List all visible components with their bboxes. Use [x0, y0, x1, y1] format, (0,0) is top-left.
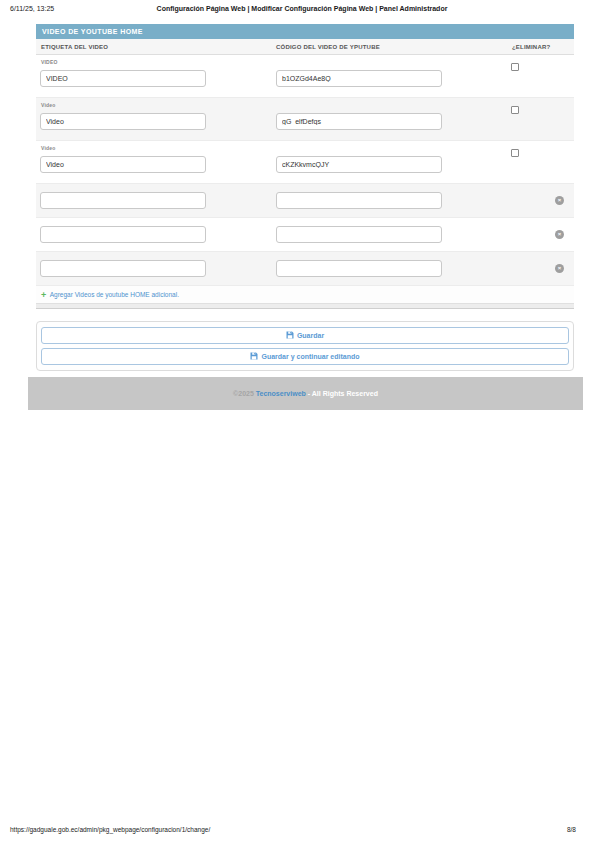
etiqueta-input-2[interactable]	[40, 113, 206, 130]
print-url: https://gadguale.gob.ec/admin/pkg_webpag…	[10, 826, 210, 833]
floppy-disk-icon	[286, 331, 294, 340]
video-row-1: VIDEO	[36, 55, 574, 98]
add-row-bar: + Agregar Videos de youtube HOME adicion…	[36, 286, 574, 303]
codigo-input-4[interactable]	[276, 192, 442, 209]
save-continue-button-label: Guardar y continuar editando	[261, 353, 359, 360]
etiqueta-input-3[interactable]	[40, 156, 206, 173]
row-label: VIDEO	[41, 59, 58, 65]
rights-text: - All Rights Reserved	[306, 390, 378, 397]
codigo-input-5[interactable]	[276, 226, 442, 243]
video-row-2: Video	[36, 98, 574, 141]
video-row-4: ×	[36, 184, 574, 218]
eliminar-checkbox-2[interactable]	[511, 106, 519, 114]
eliminar-checkbox-1[interactable]	[511, 63, 519, 71]
eliminar-checkbox-3[interactable]	[511, 149, 519, 157]
row-label: Video	[41, 145, 56, 151]
etiqueta-input-6[interactable]	[40, 260, 206, 277]
save-button-label: Guardar	[297, 332, 324, 339]
video-row-5: ×	[36, 218, 574, 252]
table-column-headers: ETIQUETA DEL VIDEO CÓDIGO DEL VIDEO DE Y…	[36, 39, 574, 55]
copyright-text: ©2025	[233, 390, 256, 397]
save-button[interactable]: Guardar	[41, 327, 569, 344]
submit-row: Guardar Guardar y continuar editando	[36, 321, 574, 371]
row-label: Video	[41, 102, 56, 108]
video-row-3: Video	[36, 141, 574, 184]
brand-name: Tecnoserviweb	[256, 390, 306, 397]
section-bottom-bar	[36, 303, 574, 309]
save-continue-button[interactable]: Guardar y continuar editando	[41, 348, 569, 365]
floppy-disk-icon	[250, 352, 258, 361]
column-header-etiqueta: ETIQUETA DEL VIDEO	[41, 44, 108, 50]
print-footer: https://gadguale.gob.ec/admin/pkg_webpag…	[0, 826, 604, 838]
page-title: Configuración Página Web | Modificar Con…	[0, 5, 604, 12]
section-header: VIDEO DE YOUTUBE HOME	[36, 24, 574, 39]
etiqueta-input-4[interactable]	[40, 192, 206, 209]
remove-row-icon[interactable]: ×	[555, 230, 564, 239]
video-row-6: ×	[36, 252, 574, 286]
codigo-input-6[interactable]	[276, 260, 442, 277]
codigo-input-1[interactable]	[276, 70, 442, 87]
codigo-input-3[interactable]	[276, 156, 442, 173]
column-header-codigo: CÓDIGO DEL VIDEO DE YPUTUBE	[276, 44, 380, 50]
add-video-link[interactable]: Agregar Videos de youtube HOME adicional…	[50, 291, 179, 298]
remove-row-icon[interactable]: ×	[555, 196, 564, 205]
admin-form: VIDEO DE YOUTUBE HOME ETIQUETA DEL VIDEO…	[36, 24, 574, 410]
etiqueta-input-5[interactable]	[40, 226, 206, 243]
column-header-eliminar: ¿ELIMINAR?	[512, 44, 550, 50]
remove-row-icon[interactable]: ×	[555, 264, 564, 273]
codigo-input-2[interactable]	[276, 113, 442, 130]
plus-icon: +	[41, 290, 46, 300]
site-footer: ©2025 Tecnoserviweb - All Rights Reserve…	[28, 377, 583, 410]
etiqueta-input-1[interactable]	[40, 70, 206, 87]
print-header: 6/11/25, 13:25 Configuración Página Web …	[0, 5, 604, 17]
print-page-number: 8/8	[567, 826, 576, 833]
